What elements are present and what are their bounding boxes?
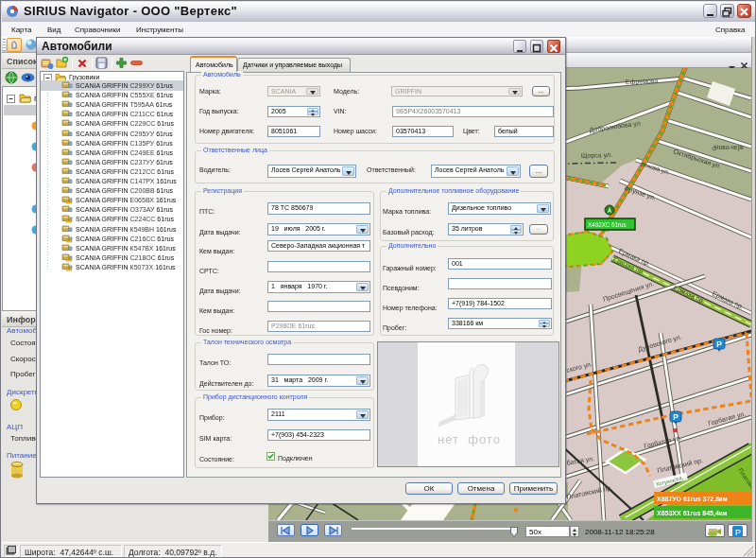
svg-text:P: P bbox=[716, 340, 722, 349]
svg-text:Х492ХС 61rus: Х492ХС 61rus bbox=[588, 221, 627, 228]
svg-text:P: P bbox=[673, 412, 679, 422]
svg-text:Х887УО 61rus 372,8км: Х887УО 61rus 372,8км bbox=[657, 496, 728, 503]
svg-text:Ново-черк: Ново-черк bbox=[714, 144, 744, 151]
svg-text:P: P bbox=[735, 528, 741, 537]
svg-text:Х653ХХ 61rus 845,4км: Х653ХХ 61rus 845,4км bbox=[657, 510, 727, 517]
